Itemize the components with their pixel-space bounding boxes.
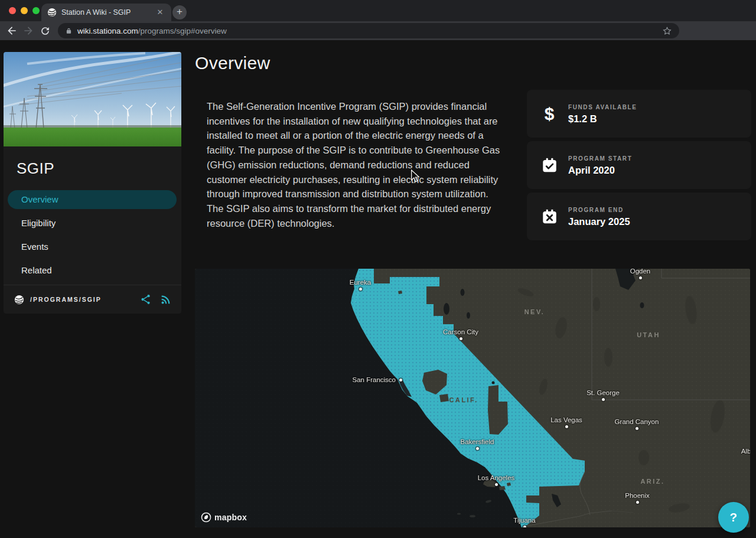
tab-station-a-wiki[interactable]: Station A Wiki - SGIP ✕	[41, 4, 171, 21]
hero-image-powerlines	[4, 52, 181, 146]
page-title: Overview	[195, 53, 270, 73]
tab-title: Station A Wiki - SGIP	[61, 8, 155, 17]
reload-button[interactable]	[37, 22, 53, 39]
new-tab-button[interactable]: +	[172, 5, 187, 19]
maximize-window-button[interactable]	[32, 7, 40, 14]
sidebar-item-related[interactable]: Related	[8, 261, 177, 280]
url-host: wiki.stationa.com	[77, 27, 138, 35]
mapbox-icon	[201, 512, 211, 523]
lock-icon	[65, 27, 73, 35]
stat-label: FUNDS AVAILABLE	[568, 104, 637, 110]
sidebar-footer: /PROGRAMS/SGIP	[4, 285, 181, 314]
map-state-label-nev: NEV.	[524, 308, 545, 315]
browser-toolbar: wiki.stationa.com/programs/sgip#overview	[0, 21, 756, 40]
stat-funds-available: $ FUNDS AVAILABLE $1.2 B	[527, 90, 751, 138]
minimize-window-button[interactable]	[21, 7, 28, 14]
stat-program-end: PROGRAM END January 2025	[527, 193, 751, 240]
stat-label: PROGRAM END	[568, 207, 624, 213]
calendar-check-icon	[540, 156, 558, 174]
address-bar[interactable]: wiki.stationa.com/programs/sgip#overview	[58, 23, 679, 38]
url-path: /programs/sgip#overview	[138, 27, 227, 35]
share-icon[interactable]	[141, 294, 151, 305]
url-text: wiki.stationa.com/programs/sgip#overview	[77, 27, 227, 35]
page-content: SGIP OverviewEligibilityEventsRelated /P…	[0, 40, 756, 538]
back-button[interactable]	[4, 22, 20, 39]
program-description: The Self-Generation Incentive Program (S…	[207, 99, 506, 230]
stat-label: PROGRAM START	[568, 155, 632, 162]
tab-strip: Station A Wiki - SGIP ✕ +	[0, 0, 756, 21]
map-state-label-utah: UTAH	[637, 331, 660, 338]
sidebar-item-overview[interactable]: Overview	[8, 190, 177, 209]
browser-window: Station A Wiki - SGIP ✕ + wiki.stationa.…	[0, 0, 756, 538]
calendar-x-icon	[540, 208, 558, 226]
map-state-label-calif: CALIF.	[449, 396, 478, 403]
mapbox-wordmark: mapbox	[214, 513, 247, 522]
forward-button[interactable]	[20, 22, 37, 39]
map-labels: EurekaCarson CitySan FranciscoLas VegasS…	[195, 269, 750, 527]
mapbox-logo[interactable]: mapbox	[201, 512, 247, 523]
map-state-label-ariz: ARIZ.	[640, 478, 664, 485]
globe-icon	[14, 295, 24, 305]
stat-value: April 2020	[568, 165, 615, 176]
coverage-map[interactable]: EurekaCarson CitySan FranciscoLas VegasS…	[195, 269, 750, 527]
close-window-button[interactable]	[9, 7, 16, 14]
stat-value: January 2025	[568, 216, 630, 227]
close-tab-icon[interactable]: ✕	[155, 7, 165, 18]
mouse-cursor	[410, 169, 420, 182]
sidebar-item-events[interactable]: Events	[8, 237, 177, 256]
sidebar-nav: OverviewEligibilityEventsRelated	[8, 190, 177, 285]
stat-cards: $ FUNDS AVAILABLE $1.2 B PROGRAM START A…	[527, 90, 751, 244]
program-sidebar-card: SGIP OverviewEligibilityEventsRelated /P…	[4, 52, 181, 314]
rss-icon[interactable]	[161, 295, 171, 305]
favicon-globe-icon	[47, 8, 57, 17]
dollar-icon: $	[545, 104, 555, 124]
sidebar-item-eligibility[interactable]: Eligibility	[8, 214, 177, 233]
stat-program-start: PROGRAM START April 2020	[527, 141, 751, 189]
program-title: SGIP	[4, 146, 181, 178]
stat-value: $1.2 B	[568, 113, 597, 125]
help-button[interactable]: ?	[718, 502, 749, 533]
program-path: /PROGRAMS/SGIP	[30, 296, 141, 303]
bookmark-star-icon[interactable]	[662, 26, 672, 36]
